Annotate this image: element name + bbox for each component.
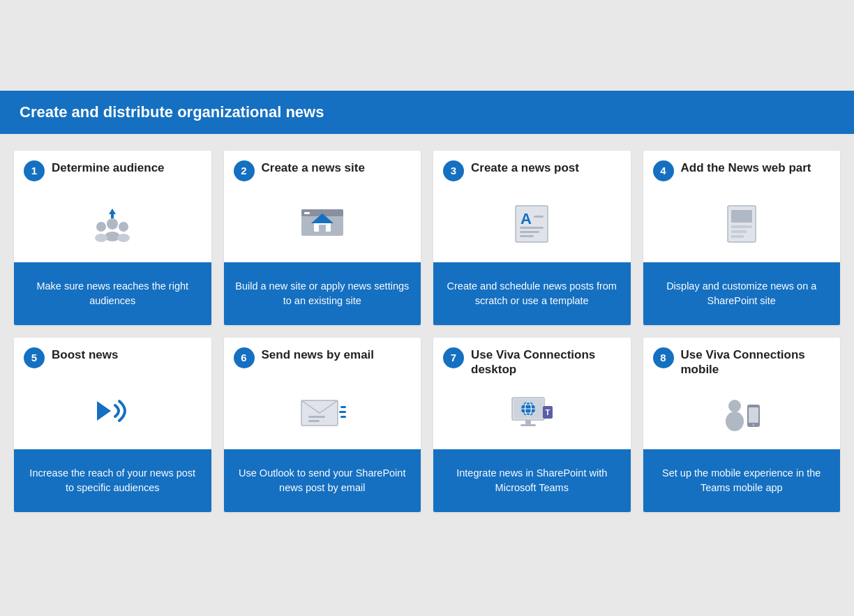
svg-rect-33 [308,420,320,422]
card-header-7: 7 Use Viva Connections desktop [443,347,621,377]
card-title-6: Send news by email [262,347,412,362]
step-badge-1: 1 [24,160,45,181]
card-description-2: Build a new site or apply news settings … [224,262,421,325]
card-5[interactable]: 5 Boost news Increase the reach of your … [14,338,211,512]
icon-area-2 [234,188,412,255]
svg-marker-6 [109,209,116,214]
card-description-5: Increase the reach of your news post to … [14,449,211,512]
svg-rect-18 [520,227,544,229]
card-top-3: 3 Create a news post A [433,151,631,262]
svg-rect-37 [520,424,536,426]
svg-rect-30 [339,411,346,413]
card-top-7: 7 Use Viva Connections desktop T [433,338,631,449]
main-container: Create and distribute organizational new… [0,91,854,526]
page-title: Create and distribute organizational new… [20,103,324,121]
card-6[interactable]: 6 Send news by email Use Outlook to send… [224,338,421,512]
svg-rect-13 [319,225,326,232]
svg-rect-48 [749,407,758,423]
step-badge-5: 5 [24,347,45,368]
svg-rect-36 [525,420,531,424]
card-description-3: Create and schedule news posts from scra… [433,262,631,325]
step-badge-6: 6 [234,347,255,368]
card-title-5: Boost news [52,347,202,362]
svg-point-0 [107,218,118,230]
card-top-5: 5 Boost news [14,338,211,449]
card-header-1: 1 Determine audience [24,160,202,181]
icon-area-4 [653,188,831,255]
icon-area-3: A [443,188,621,255]
card-1[interactable]: 1 Determine audience Make sure news reac… [14,151,211,325]
svg-rect-24 [731,225,752,228]
card-description-6: Use Outlook to send your SharePoint news… [224,449,421,512]
svg-rect-31 [340,416,346,418]
card-header-2: 2 Create a news site [234,160,412,181]
svg-rect-7 [111,214,114,218]
card-header-8: 8 Use Viva Connections mobile [653,347,831,377]
svg-rect-23 [731,210,752,223]
card-top-2: 2 Create a news site [224,151,421,262]
svg-rect-26 [731,235,744,238]
card-header-5: 5 Boost news [24,347,202,368]
svg-point-49 [752,423,754,426]
card-top-6: 6 Send news by email [224,338,421,449]
card-title-2: Create a news site [262,160,412,175]
card-description-8: Set up the mobile experience in the Team… [643,449,841,512]
icon-area-6 [234,375,412,442]
svg-point-1 [96,222,106,232]
svg-point-2 [119,222,128,232]
card-header-3: 3 Create a news post [443,160,621,181]
card-3[interactable]: 3 Create a news post A Create and schedu… [433,151,631,325]
card-description-7: Integrate news in SharePoint with Micros… [433,449,631,512]
svg-point-46 [726,412,744,431]
card-title-1: Determine audience [52,160,202,175]
card-title-8: Use Viva Connections mobile [681,347,831,377]
svg-text:A: A [520,210,532,227]
cards-grid: 1 Determine audience Make sure news reac… [0,134,854,526]
card-description-1: Make sure news reaches the right audienc… [14,262,211,325]
card-header-6: 6 Send news by email [234,347,412,368]
svg-rect-17 [534,216,544,218]
svg-point-45 [728,400,741,412]
icon-area-1 [24,188,202,255]
card-top-8: 8 Use Viva Connections mobile [643,338,841,449]
step-badge-7: 7 [443,347,464,368]
svg-rect-25 [731,230,747,233]
icon-area-8 [653,384,831,442]
step-badge-3: 3 [443,160,464,181]
icon-area-5 [24,375,202,442]
svg-rect-32 [308,416,325,418]
card-top-4: 4 Add the News web part [643,151,841,262]
svg-point-5 [117,234,130,242]
card-description-4: Display and customize news on a SharePoi… [643,262,841,325]
svg-rect-19 [520,231,539,233]
card-title-7: Use Viva Connections desktop [471,347,621,377]
step-badge-8: 8 [653,347,674,368]
svg-text:T: T [546,408,550,416]
step-badge-2: 2 [234,160,255,181]
card-8[interactable]: 8 Use Viva Connections mobile Set up the… [643,338,841,512]
step-badge-4: 4 [653,160,674,181]
svg-point-4 [95,234,107,242]
svg-rect-20 [520,235,534,237]
svg-marker-27 [97,401,111,421]
card-2[interactable]: 2 Create a news site Build a new site or… [224,151,421,325]
card-7[interactable]: 7 Use Viva Connections desktop T [433,338,631,512]
card-top-1: 1 Determine audience [14,151,211,262]
svg-rect-10 [304,212,310,214]
card-header-4: 4 Add the News web part [653,160,831,181]
svg-rect-29 [340,406,346,408]
page-header: Create and distribute organizational new… [0,91,854,134]
card-4[interactable]: 4 Add the News web part Display and cust… [643,151,841,325]
icon-area-7: T [443,384,621,442]
card-title-4: Add the News web part [681,160,831,175]
card-title-3: Create a news post [471,160,621,175]
